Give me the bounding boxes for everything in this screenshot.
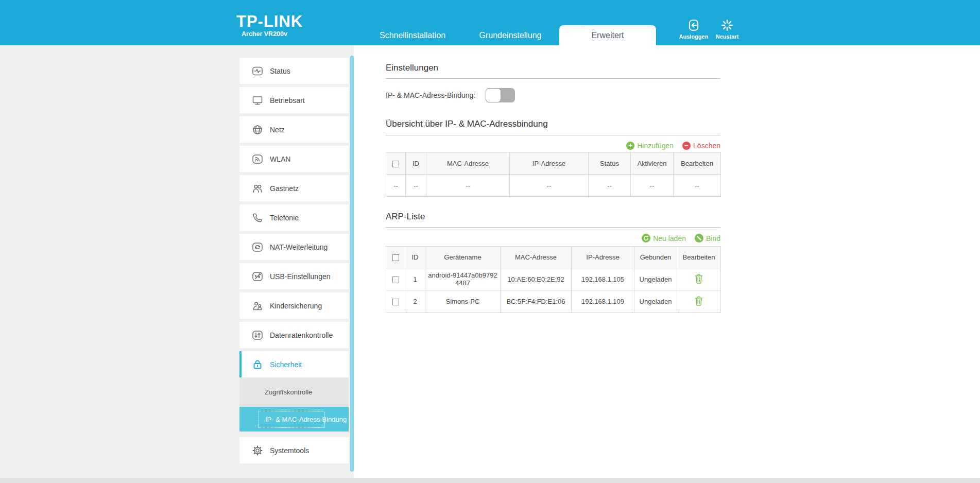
monitor-icon (252, 95, 263, 106)
sidebar-item-status[interactable]: Status (239, 58, 349, 84)
sicherheit-submenu: Zugriffskontrolle IP- & MAC-Adress-Bindu… (239, 377, 349, 432)
binding-table-empty-row: -- -- -- -- -- -- -- (386, 175, 721, 197)
col-bearbeiten: Bearbeiten (677, 247, 721, 268)
sidebar-item-datenratenkontrolle[interactable]: Datenratenkontrolle (239, 322, 349, 348)
gear-icon (252, 445, 263, 456)
arp-section-title: ARP-Liste (386, 212, 720, 222)
arp-table: ID Gerätename MAC-Adresse IP-Adresse Geb… (386, 246, 721, 313)
reload-button-label: Neu laden (653, 234, 686, 243)
sidebar-item-kindersicherung[interactable]: Kindersicherung (239, 292, 349, 319)
col-id: ID (405, 247, 425, 268)
router-admin-page: TP-LINK Archer VR200v Schnellinstallatio… (0, 0, 980, 483)
sidebar-item-label: Gastnetz (270, 184, 299, 193)
submenu-item-label: IP- & MAC-Adress-Bindung (258, 411, 325, 428)
col-geraetename: Gerätename (425, 247, 501, 268)
arp-table-row: 2 Simons-PC BC:5F:F4:FD:E1:06 192.168.1.… (386, 290, 721, 313)
sidebar-item-gastnetz[interactable]: Gastnetz (239, 175, 349, 201)
col-bearbeiten: Bearbeiten (674, 153, 721, 175)
sidebar-item-label: WLAN (270, 155, 290, 163)
sidebar-nav: Status Betriebsart Netz (239, 58, 349, 467)
select-all-checkbox[interactable] (392, 161, 399, 167)
parental-icon (252, 300, 263, 312)
sidebar-item-label: USB-Einstellungen (270, 272, 331, 281)
sidebar-scrollbar[interactable] (350, 56, 354, 472)
sidebar-item-telefonie[interactable]: Telefonie (239, 204, 349, 231)
main-panel: Einstellungen IP- & MAC-Adress-Bindung: … (354, 45, 980, 478)
delete-row-button[interactable] (694, 273, 703, 284)
arp-table-row: 1 android-91447a0b97924487 10:AE:60:E0:2… (386, 268, 721, 290)
sidebar-item-label: Status (270, 67, 290, 75)
arp-table-header-row: ID Gerätename MAC-Adresse IP-Adresse Geb… (386, 247, 721, 268)
sidebar-item-label: Telefonie (270, 214, 299, 222)
tab-grundeinstellung[interactable]: Grundeinstellung (466, 25, 555, 45)
sidebar-item-usb-einstellungen[interactable]: USB-Einstellungen (239, 263, 349, 289)
delete-row-button[interactable] (694, 296, 703, 306)
delete-button-label: Löschen (693, 142, 720, 150)
col-aktivieren: Aktivieren (631, 153, 674, 175)
sidebar-gap (239, 432, 349, 437)
brand-logo: TP-LINK Archer VR200v (236, 13, 303, 38)
lock-icon (252, 359, 263, 370)
col-gebunden: Gebunden (634, 247, 677, 268)
binding-section-title: Übersicht über IP- & MAC-Adressbindung (386, 119, 720, 129)
trash-icon (694, 296, 703, 306)
restart-label: Neustart (716, 33, 739, 40)
restart-icon (720, 19, 734, 32)
usb-icon (252, 271, 263, 282)
col-id: ID (406, 153, 426, 175)
guests-icon (252, 183, 263, 194)
restart-button[interactable]: Neustart (711, 19, 744, 40)
row-checkbox[interactable] (392, 299, 399, 305)
col-status: Status (589, 153, 631, 175)
bind-button[interactable]: Bind (695, 234, 720, 243)
wifi-icon (252, 153, 263, 165)
sidebar-item-nat-weiterleitung[interactable]: NAT-Weiterleitung (239, 234, 349, 260)
logout-button[interactable]: Ausloggen (677, 19, 710, 40)
row-checkbox[interactable] (392, 277, 399, 283)
submenu-item-zugriffskontrolle[interactable]: Zugriffskontrolle (239, 377, 349, 407)
ip-mac-binding-toggle[interactable] (486, 88, 515, 102)
col-ip: IP-Adresse (572, 247, 634, 268)
col-mac: MAC-Adresse (426, 153, 510, 175)
bind-button-label: Bind (706, 234, 720, 243)
header: TP-LINK Archer VR200v Schnellinstallatio… (0, 0, 980, 45)
col-ip: IP-Adresse (510, 153, 589, 175)
settings-section-title: Einstellungen (386, 63, 720, 73)
divider (386, 135, 720, 135)
reload-button[interactable]: Neu laden (642, 234, 686, 243)
bandwidth-icon (252, 330, 263, 341)
sidebar-item-label: Sicherheit (270, 360, 302, 369)
sidebar-item-label: Netz (270, 126, 285, 134)
divider (386, 78, 720, 79)
delete-button[interactable]: − Löschen (682, 142, 720, 150)
divider (386, 227, 720, 228)
sidebar-item-systemtools[interactable]: Systemtools (239, 437, 349, 463)
bottom-bar (0, 478, 980, 483)
binding-table: ID MAC-Adresse IP-Adresse Status Aktivie… (386, 152, 721, 197)
sidebar-item-wlan[interactable]: WLAN (239, 146, 349, 172)
sidebar-item-netz[interactable]: Netz (239, 116, 349, 143)
binding-table-header-row: ID MAC-Adresse IP-Adresse Status Aktivie… (386, 153, 721, 175)
logout-icon (687, 19, 700, 32)
reload-icon (642, 234, 650, 243)
nat-icon (252, 242, 263, 253)
toggle-knob (486, 88, 501, 102)
submenu-item-ip-mac-adress-bindung[interactable]: IP- & MAC-Adress-Bindung (239, 407, 349, 432)
sidebar-item-sicherheit[interactable]: Sicherheit (239, 351, 349, 377)
arp-select-all-checkbox[interactable] (392, 254, 399, 261)
sidebar-item-label: Systemtools (270, 446, 309, 455)
logout-label: Ausloggen (679, 33, 709, 40)
sidebar-item-label: Datenratenkontrolle (270, 331, 333, 339)
sidebar-item-betriebsart[interactable]: Betriebsart (239, 87, 349, 113)
tab-schnellinstallation[interactable]: Schnellinstallation (366, 25, 459, 45)
phone-icon (252, 212, 263, 223)
trash-icon (694, 273, 703, 284)
add-button[interactable]: + Hinzufügen (626, 142, 674, 150)
minus-icon: − (682, 142, 691, 150)
col-mac: MAC-Adresse (501, 247, 572, 268)
tab-erweitert[interactable]: Erweitert (559, 25, 656, 45)
plus-icon: + (626, 142, 634, 150)
sidebar-item-label: NAT-Weiterleitung (270, 243, 328, 251)
add-button-label: Hinzufügen (637, 142, 674, 150)
sidebar-item-label: Betriebsart (270, 96, 305, 105)
